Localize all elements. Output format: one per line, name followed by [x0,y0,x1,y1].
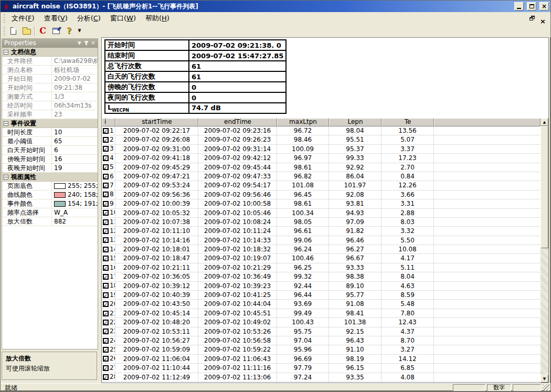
property-value[interactable]: 10 [52,128,98,136]
row-checkbox[interactable] [103,237,109,243]
panel-dropdown-icon[interactable]: ▼ [78,38,81,48]
table-row[interactable]: 222009-07-02 10:48:202009-07-02 10:49:02… [102,318,541,327]
property-value[interactable]: 16 [52,155,98,163]
scroll-down-button[interactable]: ▼ [541,375,548,383]
row-checkbox[interactable] [103,192,109,197]
property-section-header[interactable]: −文档信息 [2,48,98,57]
table-row[interactable]: 22009-07-02 09:26:082009-07-02 09:26:239… [102,135,541,144]
menu-item[interactable]: 文件(F) [7,12,39,25]
collapse-icon[interactable]: − [4,50,8,55]
property-row[interactable]: 放大倍数882 [2,217,98,226]
property-row[interactable]: 测量方式1/3 [2,92,98,101]
column-header-Lepn[interactable]: Lepn [329,118,382,126]
property-value[interactable]: 19 [52,164,98,172]
row-checkbox[interactable] [103,283,109,289]
resize-grip-icon[interactable] [543,384,549,391]
property-value[interactable]: 06h34m13s [52,101,98,110]
minimize-button[interactable] [514,2,524,10]
menu-item[interactable]: 窗口(W) [105,12,141,25]
row-checkbox[interactable] [103,274,109,280]
property-row[interactable]: 时间长度10 [2,128,98,137]
property-row[interactable]: 开始时间09:21:38 [2,83,98,92]
row-checkbox[interactable] [103,265,109,271]
table-row[interactable]: 32009-07-02 09:31:002009-07-02 09:31:141… [102,145,541,154]
pin-icon[interactable] [86,41,87,45]
mdi-minimize-button[interactable] [519,16,524,20]
property-value[interactable]: 65 [52,137,98,145]
collapse-icon[interactable]: − [4,121,8,126]
column-header-i[interactable]: i [102,118,115,126]
table-row[interactable]: 232009-07-02 10:53:112009-07-02 10:53:26… [102,327,541,336]
table-row[interactable]: 252009-07-02 10:59:092009-07-02 10:59:22… [102,345,541,354]
property-value[interactable]: 6 [52,146,98,154]
row-checkbox[interactable] [103,347,109,353]
properties-button[interactable] [49,25,62,37]
property-row[interactable]: 曲线颜色240; 158; 158 [2,190,98,199]
table-row[interactable]: 282009-07-02 11:12:492009-07-02 11:13:06… [102,373,541,382]
property-value[interactable]: 1/3 [52,92,98,101]
table-row[interactable]: 212009-07-02 10:45:142009-07-02 10:45:51… [102,309,541,318]
column-header-Te[interactable]: Te [382,118,434,126]
table-row[interactable]: 52009-07-02 09:45:292009-07-02 09:45:449… [102,163,541,172]
table-row[interactable]: 192009-07-02 10:40:392009-07-02 10:41:25… [102,291,541,300]
property-value[interactable]: 255; 255; 255 [52,182,98,190]
table-row[interactable]: 62009-07-02 09:47:212009-07-02 09:47:339… [102,172,541,181]
row-checkbox[interactable] [103,338,109,344]
column-header-maxLtpn[interactable]: maxLtpn [277,118,329,126]
row-checkbox[interactable] [103,329,109,334]
row-checkbox[interactable] [103,311,109,316]
table-row[interactable]: 202009-07-02 10:43:502009-07-02 10:44:04… [102,300,541,309]
toolbar-overflow-button[interactable]: ▼ [77,26,82,36]
mdi-close-button[interactable]: × [540,16,545,20]
property-value[interactable]: 882 [52,217,98,226]
row-checkbox[interactable] [103,128,109,134]
property-row[interactable]: 测点名称栎社机场 [2,66,98,75]
row-checkbox[interactable] [103,155,109,161]
table-row[interactable]: 242009-07-02 10:56:272009-07-02 10:56:58… [102,336,541,345]
property-value[interactable]: 154; 191; 184 [52,199,98,208]
property-value[interactable]: 240; 158; 158 [52,190,98,199]
menu-item[interactable]: 查看(V) [39,12,72,25]
open-file-button[interactable] [20,25,33,37]
table-row[interactable]: 92009-07-02 10:00:392009-07-02 10:00:589… [102,199,541,208]
row-checkbox[interactable] [103,146,109,152]
property-row[interactable]: 开始日期2009-07-02 [2,75,98,83]
property-row[interactable]: 页面底色255; 255; 255 [2,182,98,190]
menu-item[interactable]: 帮助(H) [141,12,174,25]
row-checkbox[interactable] [103,137,109,143]
property-row[interactable]: 采样频率23 [2,110,98,119]
new-file-button[interactable] [7,25,20,37]
table-row[interactable]: 102009-07-02 10:05:322009-07-02 10:05:46… [102,209,541,218]
property-section-header[interactable]: −视图属性 [2,173,98,182]
row-checkbox[interactable] [103,201,109,207]
table-row[interactable]: 152009-07-02 10:18:472009-07-02 10:19:07… [102,254,541,263]
help-button[interactable]: ? [62,25,76,37]
scroll-up-button[interactable]: ▲ [541,118,548,126]
calibrate-button[interactable]: C [36,25,49,37]
row-checkbox[interactable] [103,365,109,371]
property-section-header[interactable]: −事件设置 [2,119,98,128]
close-button[interactable]: × [539,2,549,10]
toolbar-drag-handle[interactable] [3,27,5,35]
row-checkbox[interactable] [103,219,109,225]
table-row[interactable]: 82009-07-02 09:56:362009-07-02 09:56:469… [102,190,541,199]
property-row[interactable]: 经历时间06h34m13s [2,101,98,110]
row-checkbox[interactable] [103,356,109,362]
table-row[interactable]: 112009-07-02 10:07:382009-07-02 10:08:24… [102,218,541,227]
property-row[interactable]: 文件路径C:\awa6298\机场 [2,57,98,66]
table-row[interactable]: 142009-07-02 10:18:012009-07-02 10:18:32… [102,245,541,254]
row-checkbox[interactable] [103,301,109,307]
row-checkbox[interactable] [103,320,109,325]
menu-item[interactable]: 分析(C) [72,12,105,25]
table-row[interactable]: 182009-07-02 10:39:122009-07-02 10:39:23… [102,282,541,291]
property-value[interactable]: W_A [52,208,98,217]
property-row[interactable]: 事件颜色154; 191; 184 [2,199,98,208]
table-row[interactable] [102,382,541,383]
row-checkbox[interactable] [103,374,109,380]
table-row[interactable]: 262009-07-02 11:06:042009-07-02 11:06:43… [102,355,541,364]
property-value[interactable]: 23 [52,110,98,119]
table-row[interactable]: 132009-07-02 10:14:162009-07-02 10:14:33… [102,236,541,245]
row-checkbox[interactable] [103,174,109,179]
panel-close-icon[interactable]: × [91,38,96,48]
menu-drag-handle[interactable] [3,14,5,23]
